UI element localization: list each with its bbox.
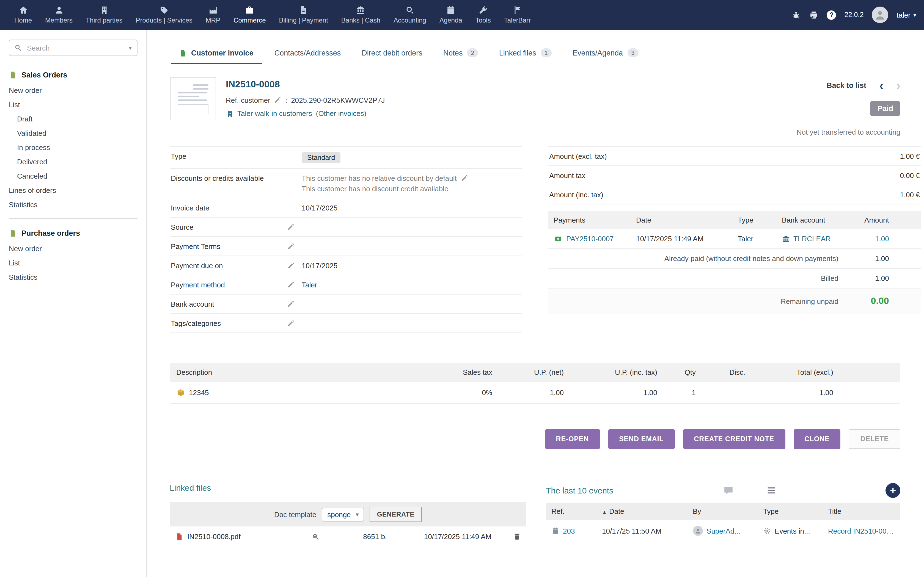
event-by-link[interactable]: SuperAd...: [706, 527, 740, 535]
preview-zoom-icon[interactable]: [312, 533, 319, 540]
doc-template-bar: Doc template sponge ▾ GENERATE: [170, 502, 526, 527]
tab-notes[interactable]: Notes 2: [434, 43, 488, 64]
edit-pencil-icon[interactable]: [461, 174, 468, 182]
nav-tools[interactable]: Tools: [469, 0, 498, 30]
event-ref-link[interactable]: 203: [563, 527, 575, 535]
edit-pencil-icon[interactable]: [287, 319, 294, 327]
top-navbar: Home Members Third parties Products | Se…: [0, 0, 924, 30]
list-view-icon[interactable]: [766, 485, 776, 496]
edit-pencil-icon[interactable]: [287, 300, 294, 308]
edit-pencil-icon[interactable]: [287, 243, 294, 250]
event-date: 10/17/25 11:50 AM: [602, 527, 693, 535]
event-title-link[interactable]: Record IN2510-0008 modified: [828, 527, 895, 535]
banks-icon: [356, 5, 365, 15]
talerbarr-icon: [513, 5, 522, 15]
generate-button[interactable]: GENERATE: [370, 507, 422, 522]
col-ref[interactable]: Ref.: [551, 507, 602, 516]
edit-pencil-icon[interactable]: [287, 262, 294, 269]
nav-billing[interactable]: Billing | Payment: [273, 0, 335, 30]
user-name: taler: [897, 11, 911, 19]
sidebar-item-new-order[interactable]: New order: [0, 83, 146, 97]
nav-label: Tools: [475, 16, 491, 24]
thirdparty-link[interactable]: Taler walk-in customers: [237, 110, 312, 118]
chevron-left-icon[interactable]: ‹: [879, 80, 883, 91]
event-type: Events in...: [775, 527, 810, 535]
bank-account-link[interactable]: TLRCLEAR: [793, 235, 831, 243]
user-menu[interactable]: taler ▾: [897, 11, 916, 19]
add-event-button[interactable]: +: [885, 483, 900, 498]
create-credit-note-button[interactable]: CREATE CREDIT NOTE: [683, 429, 785, 449]
payment-ref-link[interactable]: PAY2510-0007: [566, 235, 614, 243]
nav-agenda[interactable]: Agenda: [433, 0, 469, 30]
sidebar-item-delivered[interactable]: Delivered: [0, 155, 146, 169]
sidebar-section-purchase-orders: Purchase orders: [0, 225, 146, 241]
other-invoices-link[interactable]: (Other invoices): [316, 110, 367, 118]
line-product-link[interactable]: 12345: [189, 388, 209, 397]
payment-amount: 1.00: [864, 235, 916, 243]
invoice-thumbnail[interactable]: [170, 77, 216, 120]
edit-pencil-icon[interactable]: [287, 281, 294, 288]
avatar[interactable]: [872, 6, 888, 23]
nav-label: Banks | Cash: [341, 16, 380, 24]
file-name-link[interactable]: IN2510-0008.pdf: [187, 532, 241, 541]
sidebar-item-in-process[interactable]: In process: [0, 140, 146, 155]
tab-direct-debit-orders[interactable]: Direct debit orders: [352, 44, 432, 64]
tab-customer-invoice[interactable]: Customer invoice: [170, 44, 263, 64]
chat-bubble-icon[interactable]: [722, 485, 734, 496]
amount-tax-row: Amount tax 0.00 €: [548, 166, 921, 185]
sidebar-item-draft[interactable]: Draft: [0, 111, 146, 126]
tab-label: Direct debit orders: [362, 49, 422, 57]
nav-products[interactable]: Products | Services: [129, 0, 199, 30]
accounting-icon: [405, 5, 415, 15]
nav-accounting[interactable]: Accounting: [387, 0, 433, 30]
nav-banks[interactable]: Banks | Cash: [335, 0, 387, 30]
nav-commerce[interactable]: Commerce: [227, 0, 272, 30]
send-email-button[interactable]: SEND EMAIL: [608, 429, 675, 449]
nav-members[interactable]: Members: [39, 0, 79, 30]
tab-contacts-addresses[interactable]: Contacts/Addresses: [265, 44, 351, 64]
help-icon[interactable]: ?: [827, 10, 836, 19]
search-icon: [14, 44, 22, 52]
nav-third-parties[interactable]: Third parties: [79, 0, 129, 30]
clone-button[interactable]: CLONE: [793, 429, 841, 449]
doc-template-select[interactable]: sponge ▾: [322, 508, 364, 521]
sidebar-item-validated[interactable]: Validated: [0, 126, 146, 140]
search-caret-icon[interactable]: ▾: [129, 45, 132, 51]
events-table-header: Ref. ▲Date By Type Title: [546, 503, 900, 520]
amount-value: 0.00 €: [900, 171, 919, 179]
bank-icon: [782, 235, 790, 243]
nav-mrp[interactable]: MRP: [199, 0, 227, 30]
edit-pencil-icon[interactable]: [274, 97, 281, 104]
sort-asc-icon: ▲: [602, 509, 607, 515]
col-by[interactable]: By: [693, 507, 763, 516]
print-icon[interactable]: [809, 10, 819, 19]
sidebar-item-po-list[interactable]: List: [0, 256, 146, 270]
back-to-list-link[interactable]: Back to list: [827, 81, 866, 90]
col-date: Date: [636, 216, 738, 224]
nav-home[interactable]: Home: [8, 0, 39, 30]
col-type[interactable]: Type: [763, 507, 828, 516]
edit-pencil-icon[interactable]: [287, 223, 294, 230]
nav-talerbarr[interactable]: TalerBarr: [498, 0, 537, 30]
tab-linked-files[interactable]: Linked files 1: [490, 43, 561, 64]
billed-label: Billed: [554, 274, 838, 282]
sidebar-item-lines-of-orders[interactable]: Lines of orders: [0, 183, 146, 197]
tab-events-agenda[interactable]: Events/Agenda 3: [563, 43, 648, 64]
sidebar-item-list[interactable]: List: [0, 97, 146, 111]
purchase-orders-icon: [9, 229, 17, 237]
reopen-button[interactable]: RE-OPEN: [545, 429, 600, 449]
search-input[interactable]: [26, 43, 125, 53]
field-label: Invoice date: [171, 204, 209, 212]
sidebar-item-po-new-order[interactable]: New order: [0, 241, 146, 256]
sidebar-item-po-statistics[interactable]: Statistics: [0, 270, 146, 284]
line-total: 1.00: [745, 388, 833, 397]
trash-icon[interactable]: [513, 532, 520, 541]
tab-badge: 1: [541, 48, 552, 57]
col-title[interactable]: Title: [828, 507, 895, 516]
sidebar-item-canceled[interactable]: Canceled: [0, 169, 146, 183]
col-date[interactable]: ▲Date: [602, 507, 693, 516]
sidebar-search[interactable]: ▾: [9, 40, 137, 56]
bug-icon[interactable]: [792, 10, 801, 19]
field-label: Bank account: [171, 300, 214, 308]
sidebar-item-statistics[interactable]: Statistics: [0, 197, 146, 211]
